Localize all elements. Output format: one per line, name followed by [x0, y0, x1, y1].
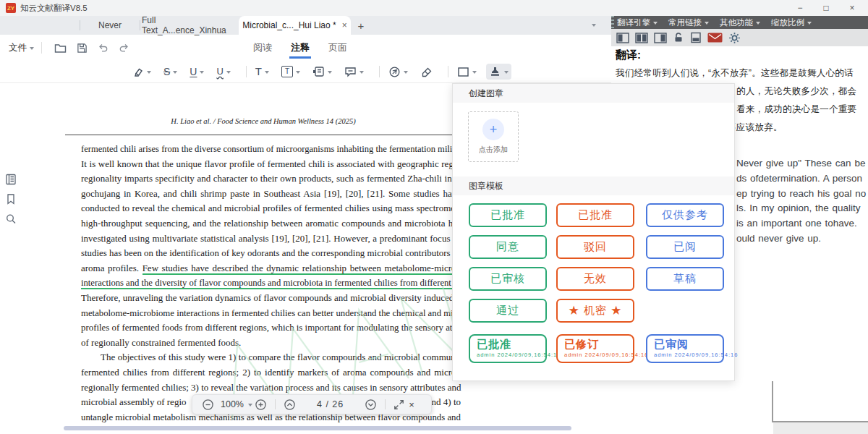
app-logo: ZY — [6, 3, 16, 13]
bookmark-icon[interactable] — [5, 193, 17, 205]
pdf-text-line: metabolome-microbiome interactions in fe… — [81, 306, 454, 321]
stamp-template-button[interactable]: 已阅 — [646, 235, 724, 259]
maximize-button[interactable]: □ — [813, 0, 839, 16]
zoom-out-button[interactable] — [202, 399, 214, 411]
tab-annotate[interactable]: 注释 — [289, 37, 311, 59]
layout-split-icon[interactable] — [635, 33, 648, 43]
zoom-toolbar: 100% 4 / 26 × — [192, 394, 432, 414]
stamp-template-button[interactable]: 已批准 — [556, 203, 634, 227]
stamp-icon[interactable] — [486, 64, 511, 80]
pdf-text-line: conducted to reveal the chemical and mic… — [81, 201, 461, 216]
chevron-down-icon[interactable] — [248, 404, 252, 409]
unlock-icon[interactable] — [673, 32, 684, 43]
source-text-fragment: ds ofdetermination. A person — [736, 173, 862, 184]
translation-menu-item[interactable]: 其他功能 — [720, 17, 760, 28]
stamp-template-button[interactable]: 草稿 — [646, 267, 724, 291]
pdf-text-line: aroma profiles. Few studies have describ… — [81, 261, 461, 276]
pdf-text-line: Therefore, unraveling the variation dyna… — [81, 291, 461, 306]
pdf-text-line: profiles of fermented foods from differe… — [81, 320, 456, 336]
create-stamp-title: 创建图章 — [453, 84, 734, 103]
mail-icon[interactable] — [707, 33, 723, 43]
view-mode-tabs: 阅读 注释 页面 — [252, 35, 349, 61]
stamp-template-dated-button[interactable]: 已修订admin 2024/09/09,16:54:16 — [556, 334, 634, 363]
squiggly-underline-icon[interactable]: U — [213, 64, 233, 80]
translation-menu-item[interactable]: 翻译引擎 — [617, 17, 658, 28]
pdf-text-line: fermented chili arises from the diverse … — [81, 142, 448, 157]
note-icon[interactable] — [310, 64, 335, 80]
settings-gear-icon[interactable] — [728, 32, 741, 44]
tab-label: Microbial_c..._Hui Liao * — [242, 20, 336, 30]
pdf-running-header: H. Liao et al. / Food Science and Human … — [65, 117, 461, 125]
pdf-text-line: regionally fermented chilies; 3) to reve… — [81, 380, 459, 396]
search-icon[interactable] — [5, 213, 17, 225]
stamp-template-dated-button[interactable]: 已批准admin 2024/09/09,16:54:16 — [469, 334, 547, 363]
freehand-icon[interactable] — [386, 64, 411, 80]
expand-icon[interactable] — [393, 399, 404, 410]
pdf-text: fermented chili arises from the diverse … — [81, 142, 461, 425]
layout-left-icon[interactable] — [616, 33, 629, 43]
stamp-template-button[interactable]: 仅供参考 — [646, 203, 724, 227]
minimize-button[interactable]: − — [787, 0, 813, 16]
stamp-template-button[interactable]: 无效 — [556, 267, 634, 291]
prev-page-button[interactable] — [284, 399, 296, 411]
chevron-down-icon — [30, 47, 34, 52]
thumbnails-icon[interactable] — [5, 174, 17, 185]
divider — [275, 399, 276, 409]
source-text-fragment: ep trying to reach his goal no — [736, 188, 866, 199]
layout-right-icon[interactable] — [654, 33, 667, 43]
tab-full-text[interactable]: Full Text_A...ence_Xinhua — [142, 16, 237, 35]
tab-page[interactable]: 页面 — [327, 37, 349, 59]
menu-row: 文件 阅读 注释 页面 — [0, 35, 611, 61]
save-icon[interactable] — [77, 43, 88, 54]
tab-active-microbial[interactable]: Microbial_c..._Hui Liao * × — [239, 16, 351, 35]
tab-close-icon[interactable]: × — [342, 20, 347, 30]
new-tab-button[interactable]: + — [352, 16, 370, 35]
file-menu[interactable]: 文件 — [9, 42, 34, 54]
tab-read[interactable]: 阅读 — [252, 37, 273, 59]
underline-icon[interactable]: U — [187, 64, 207, 80]
divider — [41, 42, 42, 54]
title-bar: ZY 知云文献翻译V8.5 − □ × — [0, 0, 868, 16]
pdf-text-line: investigated using multivariate statisti… — [81, 231, 461, 247]
annotation-toolbar: S U U T T — [0, 61, 611, 83]
pdf-text-line: The objectives of this study were 1) to … — [81, 350, 461, 365]
stamp-template-button[interactable]: 已审核 — [469, 267, 547, 291]
tab-never[interactable]: Never — [81, 16, 139, 35]
stamp-template-button[interactable]: ★ 机密 ★ — [556, 299, 634, 323]
source-text-fragment: is an important one tohave. — [736, 218, 857, 229]
redo-icon[interactable] — [119, 43, 129, 53]
zoom-in-button[interactable] — [255, 399, 267, 411]
divider — [379, 66, 380, 77]
open-folder-icon[interactable] — [54, 43, 67, 54]
close-button[interactable]: × — [839, 0, 865, 16]
app-title: 知云文献翻译V8.5 — [20, 3, 88, 14]
translation-menu-item[interactable]: 缩放比例 — [771, 17, 812, 28]
stamp-template-dated-button[interactable]: 已审阅admin 2024/09/09,16:54:16 — [646, 334, 724, 363]
pdf-header-rule — [65, 135, 461, 135]
stamp-template-button[interactable]: 已批准 — [469, 203, 547, 227]
stamp-template-button[interactable]: 同意 — [469, 235, 547, 259]
close-toolbar-button[interactable]: × — [409, 399, 414, 410]
panel-border — [772, 381, 773, 422]
pdf-text-line: regionality imparts specificity and char… — [81, 171, 461, 187]
rectangle-icon[interactable] — [454, 64, 480, 80]
next-page-button[interactable] — [365, 399, 377, 411]
tab-list-chevron-icon[interactable] — [592, 24, 596, 29]
translation-menu-item[interactable]: 常用链接 — [668, 17, 709, 28]
horizontal-scrollbar[interactable] — [64, 426, 571, 430]
zoom-level[interactable]: 100% — [221, 399, 244, 409]
comment-icon[interactable] — [341, 64, 367, 80]
translation-menubar: 翻译引擎常用链接其他功能缩放比例 — [611, 16, 868, 29]
strikethrough-icon[interactable]: S — [161, 64, 180, 80]
textbox-icon[interactable]: T — [278, 64, 303, 80]
text-icon[interactable]: T — [252, 64, 272, 80]
stamp-template-button[interactable]: 通过 — [469, 299, 547, 323]
undo-icon[interactable] — [98, 43, 109, 53]
layout-page-icon[interactable] — [690, 32, 702, 43]
window-background — [773, 422, 868, 434]
tab-separator — [140, 20, 140, 30]
stamp-template-button[interactable]: 驳回 — [556, 235, 634, 259]
highlighter-icon[interactable] — [129, 64, 154, 80]
add-stamp-button[interactable]: + 点击添加 — [468, 111, 519, 162]
eraser-icon[interactable] — [417, 64, 435, 80]
